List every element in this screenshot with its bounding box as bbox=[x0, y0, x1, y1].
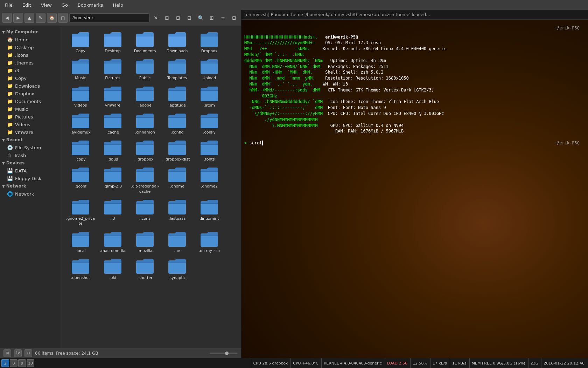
search-button[interactable]: 🔍 bbox=[196, 13, 205, 23]
file-item[interactable]: .pki bbox=[97, 256, 128, 282]
file-item[interactable]: .mozilla bbox=[129, 229, 161, 255]
file-item[interactable]: .gimp-2.8 bbox=[97, 165, 128, 196]
sidebar-item-network[interactable]: 🌐Network bbox=[0, 190, 61, 198]
menu-help[interactable]: Help bbox=[111, 2, 125, 8]
file-item[interactable]: Documents bbox=[129, 29, 161, 56]
file-item[interactable]: .atom bbox=[194, 84, 225, 110]
sidebar-item-filesystem[interactable]: 💿File System bbox=[0, 144, 61, 151]
sidebar-item-music[interactable]: 📁Music bbox=[0, 105, 61, 113]
file-item[interactable]: Dropbox bbox=[194, 29, 225, 56]
list-view-button[interactable]: ≡ bbox=[218, 13, 228, 23]
new-tab-button[interactable]: □ bbox=[58, 13, 68, 23]
file-item[interactable]: Copy bbox=[65, 29, 96, 56]
file-item[interactable]: .nv bbox=[161, 229, 193, 255]
file-item[interactable]: .fonts bbox=[194, 138, 225, 164]
terminal[interactable]: [oh-my-zsh] Random theme '/home/erik/.oh… bbox=[241, 10, 588, 358]
file-item[interactable]: .git-credential-cache bbox=[129, 165, 161, 196]
zoom-slider[interactable] bbox=[210, 353, 238, 354]
file-item[interactable]: .dropbox-dist bbox=[161, 138, 193, 164]
file-item[interactable]: .conky bbox=[194, 111, 225, 137]
sidebar-item-icons[interactable]: 📁.icons bbox=[0, 51, 61, 59]
file-item[interactable]: .linuxmint bbox=[194, 197, 225, 229]
file-item[interactable]: .synaptic bbox=[161, 256, 193, 282]
file-item[interactable]: vmware bbox=[97, 84, 128, 110]
file-item[interactable]: .gnome2 bbox=[194, 165, 225, 196]
menu-go[interactable]: Go bbox=[59, 2, 70, 8]
workspace-2[interactable]: 2 bbox=[1, 359, 9, 367]
file-item[interactable]: .cinnamon bbox=[129, 111, 161, 137]
file-item[interactable]: .lastpass bbox=[161, 197, 193, 229]
file-item[interactable]: .gnome bbox=[161, 165, 193, 196]
network-section[interactable]: ▼ Network bbox=[0, 182, 61, 190]
sidebar-item-desktop[interactable]: 📁Desktop bbox=[0, 43, 61, 51]
file-item[interactable]: .local bbox=[65, 229, 96, 255]
devices-section[interactable]: ▼ Devices bbox=[0, 159, 61, 167]
workspace-10[interactable]: 10 bbox=[27, 359, 34, 367]
file-item[interactable]: .icons bbox=[129, 197, 161, 229]
fm-statusbar: ⊞ 1c ⊟ 66 items, Free space: 24.1 GB bbox=[0, 348, 241, 358]
file-item[interactable]: .gconf bbox=[65, 165, 96, 196]
toggle-view-1[interactable]: ⊞ bbox=[162, 13, 172, 23]
statusbar-btn-3[interactable]: ⊟ bbox=[24, 349, 32, 357]
toggle-view-2[interactable]: ⊡ bbox=[173, 13, 183, 23]
forward-button[interactable]: ▶ bbox=[13, 13, 23, 23]
address-bar[interactable] bbox=[69, 13, 149, 22]
sidebar-item-pictures[interactable]: 📁Pictures bbox=[0, 113, 61, 121]
file-item[interactable]: .gnome2_private bbox=[65, 197, 96, 229]
file-item[interactable]: .adobe bbox=[129, 84, 161, 110]
file-item[interactable]: .config bbox=[161, 111, 193, 137]
recent-section[interactable]: ▼ Recent bbox=[0, 136, 61, 144]
file-item[interactable]: .shutter bbox=[129, 256, 161, 282]
file-item[interactable]: .openshot bbox=[65, 256, 96, 282]
file-item[interactable]: .dbus bbox=[97, 138, 128, 164]
file-item[interactable]: Music bbox=[65, 56, 96, 83]
sidebar-item-documents[interactable]: 📁Documents bbox=[0, 97, 61, 105]
sidebar-item-copy[interactable]: 📁Copy bbox=[0, 74, 61, 82]
sidebar-item-floppy[interactable]: 💾Floppy Disk bbox=[0, 175, 61, 182]
statusbar-btn-1[interactable]: ⊞ bbox=[4, 349, 11, 357]
reload-button[interactable]: ↻ bbox=[36, 13, 46, 23]
zoom-slider-thumb[interactable] bbox=[225, 352, 229, 355]
sidebar-item-vmware[interactable]: 📁vmware bbox=[0, 128, 61, 136]
workspace-9[interactable]: 9 bbox=[18, 359, 26, 367]
file-item[interactable]: .copy bbox=[65, 138, 96, 164]
grid-view-button[interactable]: ⊞ bbox=[207, 13, 217, 23]
sidebar-item-i3[interactable]: 📁i3 bbox=[0, 67, 61, 74]
file-item[interactable]: .dropbox bbox=[129, 138, 161, 164]
sidebar-item-downloads[interactable]: 📁Downloads bbox=[0, 82, 61, 90]
sidebar-item-data[interactable]: 💾DATA bbox=[0, 167, 61, 175]
my-computer-section[interactable]: ▼ My Computer bbox=[0, 28, 61, 36]
back-button[interactable]: ◀ bbox=[2, 13, 12, 23]
sidebar-item-home[interactable]: 🏠Home bbox=[0, 36, 61, 43]
sidebar-item-trash[interactable]: 🗑Trash bbox=[0, 151, 61, 159]
statusbar-btn-2[interactable]: 1c bbox=[14, 349, 22, 357]
menu-file[interactable]: File bbox=[3, 2, 15, 8]
details-view-button[interactable]: ⊟ bbox=[229, 13, 239, 23]
file-item[interactable]: Pictures bbox=[97, 56, 128, 83]
file-item[interactable]: .avidemux bbox=[65, 111, 96, 137]
file-item[interactable]: .oh-my-zsh bbox=[194, 229, 225, 255]
close-address-button[interactable]: ✕ bbox=[151, 13, 161, 23]
file-item[interactable]: .i3 bbox=[97, 197, 128, 229]
sidebar-item-videos[interactable]: 📁Videos bbox=[0, 121, 61, 128]
file-item[interactable]: Upload bbox=[194, 56, 225, 83]
menu-view[interactable]: View bbox=[39, 2, 54, 8]
menu-edit[interactable]: Edit bbox=[20, 2, 33, 8]
file-item[interactable]: Desktop bbox=[97, 29, 128, 56]
terminal-content[interactable]: ~@erik-P5Q HHHHHHHHHHHHHHHHHHHHHHHHmds+.… bbox=[241, 20, 588, 358]
file-item[interactable]: .aptitude bbox=[161, 84, 193, 110]
file-item[interactable]: Public bbox=[129, 56, 161, 83]
toggle-view-3[interactable]: ⊟ bbox=[184, 13, 194, 23]
sidebar-item-dropbox[interactable]: 📁Dropbox bbox=[0, 90, 61, 97]
file-item[interactable]: Templates bbox=[161, 56, 193, 83]
workspace-8[interactable]: 8 bbox=[10, 359, 18, 367]
file-item[interactable]: Videos bbox=[65, 84, 96, 110]
file-item[interactable]: Downloads bbox=[161, 29, 193, 56]
file-item[interactable]: .macromedia bbox=[97, 229, 128, 255]
file-item[interactable]: .cache bbox=[97, 111, 128, 137]
home-button[interactable]: 🏠 bbox=[47, 13, 57, 23]
sidebar-item-themes[interactable]: 📁.themes bbox=[0, 59, 61, 67]
up-button[interactable]: ▲ bbox=[24, 13, 34, 23]
terminal-prompt[interactable]: > bbox=[244, 141, 249, 145]
menu-bookmarks[interactable]: Bookmarks bbox=[76, 2, 105, 8]
